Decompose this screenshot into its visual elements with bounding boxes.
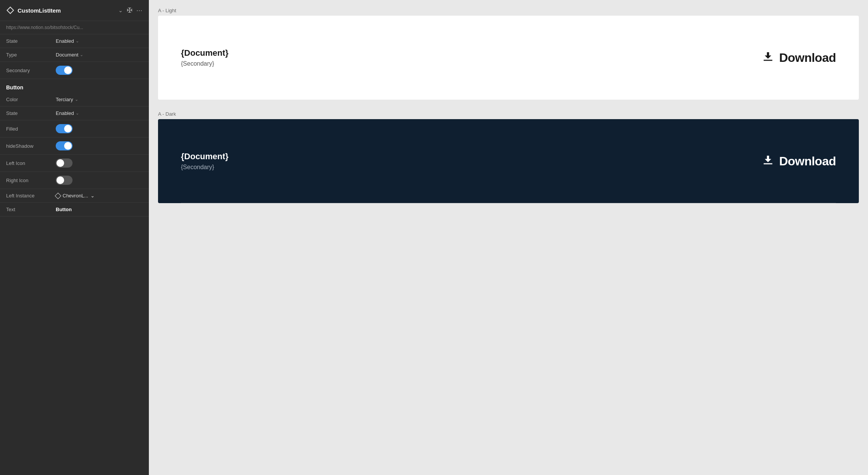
component-name: CustomListItem — [18, 7, 115, 14]
instance-name: ChevronL... — [63, 193, 88, 199]
right-icon-toggle[interactable] — [56, 176, 73, 185]
download-icon — [762, 50, 774, 66]
prop-secondary: Secondary — [0, 62, 149, 79]
variant-light-label: A - Light — [158, 8, 859, 13]
card-light: {Document} {Secondary} Download — [158, 16, 859, 100]
download-button-dark[interactable]: Download — [762, 153, 836, 169]
variant-dark-label: A - Dark — [158, 111, 859, 117]
prop-label-secondary: Secondary — [6, 68, 56, 73]
prop-right-icon: Right Icon — [0, 172, 149, 189]
card-dark: {Document} {Secondary} Download — [158, 119, 859, 203]
hide-shadow-toggle[interactable] — [56, 141, 73, 150]
prop-filled: Filled — [0, 120, 149, 137]
doc-title-dark: {Document} — [181, 152, 229, 162]
diamond-icon — [55, 192, 61, 199]
prop-value-button-state[interactable]: Enabled ⌄ — [56, 110, 79, 116]
more-options-icon[interactable]: ⋯ — [136, 7, 143, 14]
prop-label-state: State — [6, 38, 56, 44]
prop-value-left-instance[interactable]: ChevronL... ⌄ — [56, 193, 95, 199]
download-text-dark: Download — [779, 154, 836, 168]
prop-hide-shadow: hideShadow — [0, 137, 149, 155]
chevron-down-icon: ⌄ — [90, 193, 95, 199]
download-button-light[interactable]: Download — [762, 50, 836, 66]
dropdown-arrow-icon[interactable]: ⌄ — [118, 7, 123, 13]
sidebar-header: CustomListItem ⌄ ✠ ⋯ — [0, 0, 149, 21]
chevron-down-icon: ⌄ — [76, 111, 79, 116]
prop-label-color: Color — [6, 97, 56, 102]
prop-color: Color Terciary ⌄ — [0, 93, 149, 107]
prop-left-instance: Left Instance ChevronL... ⌄ — [0, 189, 149, 203]
document-info-light: {Document} {Secondary} — [181, 48, 229, 67]
prop-label-right-icon: Right Icon — [6, 178, 56, 183]
prop-value-color[interactable]: Terciary ⌄ — [56, 97, 78, 102]
download-icon-dark — [762, 153, 774, 169]
variant-dark-section: A - Dark {Document} {Secondary} Download — [158, 111, 859, 203]
chevron-down-icon: ⌄ — [80, 52, 83, 57]
sidebar: CustomListItem ⌄ ✠ ⋯ https://www.notion.… — [0, 0, 149, 475]
prop-label-left-instance: Left Instance — [6, 193, 56, 199]
header-actions: ⌄ ✠ ⋯ — [118, 6, 143, 15]
prop-text: Text Button — [0, 203, 149, 216]
document-info-dark: {Document} {Secondary} — [181, 152, 229, 171]
card-divider — [181, 203, 836, 203]
download-text-light: Download — [779, 51, 836, 65]
prop-type: Type Document ⌄ — [0, 48, 149, 62]
prop-value-state[interactable]: Enabled ⌄ — [56, 38, 79, 44]
prop-value-text[interactable]: Button — [56, 207, 72, 212]
prop-label-text: Text — [6, 207, 56, 212]
move-icon[interactable]: ✠ — [127, 6, 132, 15]
prop-button-state: State Enabled ⌄ — [0, 107, 149, 120]
prop-state: State Enabled ⌄ — [0, 34, 149, 48]
secondary-toggle[interactable] — [56, 66, 73, 75]
chevron-down-icon: ⌄ — [76, 39, 79, 44]
prop-label-hide-shadow: hideShadow — [6, 143, 56, 149]
variant-light-section: A - Light {Document} {Secondary} Downloa… — [158, 8, 859, 100]
prop-left-icon: Left Icon — [0, 155, 149, 172]
prop-label-filled: Filled — [6, 126, 56, 132]
filled-toggle[interactable] — [56, 124, 73, 133]
prop-label-button-state: State — [6, 110, 56, 116]
button-section-header: Button — [0, 79, 149, 93]
prop-label-left-icon: Left Icon — [6, 160, 56, 166]
chevron-down-icon: ⌄ — [75, 97, 78, 102]
main-content: A - Light {Document} {Secondary} Downloa… — [149, 0, 868, 475]
svg-rect-0 — [764, 60, 773, 61]
doc-secondary-dark: {Secondary} — [181, 164, 229, 171]
prop-value-type[interactable]: Document ⌄ — [56, 52, 83, 58]
left-icon-toggle[interactable] — [56, 158, 73, 168]
svg-rect-1 — [764, 163, 773, 164]
component-url[interactable]: https://www.notion.so/bitsofstock/Cu... — [0, 21, 149, 34]
doc-title-light: {Document} — [181, 48, 229, 58]
component-icon — [6, 6, 15, 15]
doc-secondary-light: {Secondary} — [181, 60, 229, 67]
prop-label-type: Type — [6, 52, 56, 58]
